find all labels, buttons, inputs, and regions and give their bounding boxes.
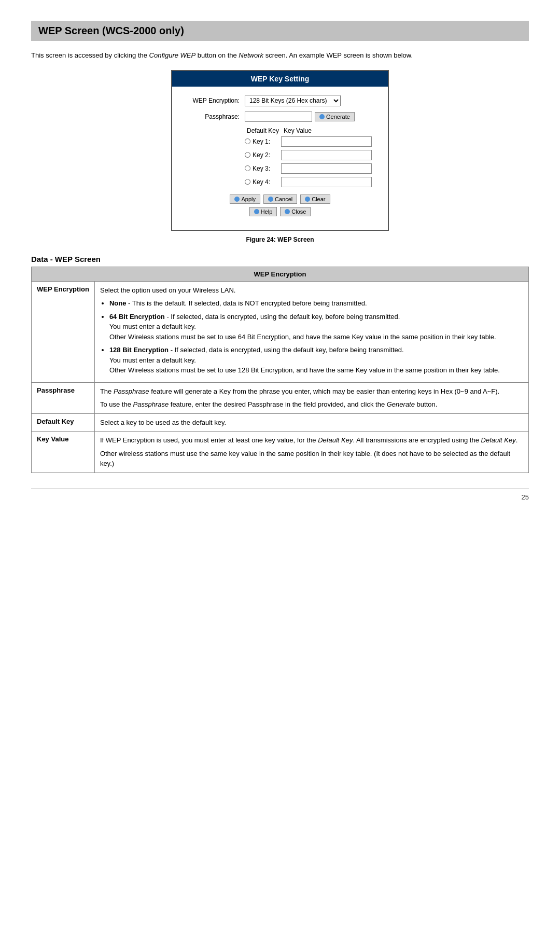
passphrase-row-content: The Passphrase feature will generate a K… bbox=[94, 382, 528, 413]
table-header-row: WEP Encryption bbox=[32, 267, 529, 281]
key-value-row-content: If WEP Encryption is used, you must ente… bbox=[94, 432, 528, 473]
page-title: WEP Screen (WCS-2000 only) bbox=[38, 25, 522, 37]
key-value-row-label: Key Value bbox=[32, 432, 95, 473]
passphrase-label: Passphrase: bbox=[183, 113, 240, 120]
cancel-label: Cancel bbox=[275, 196, 292, 202]
help-button[interactable]: Help bbox=[249, 207, 277, 216]
col-key-value-label: Key Value bbox=[284, 127, 312, 134]
wep-encryption-row-label: WEP Encryption bbox=[32, 281, 95, 382]
passphrase-para1: The Passphrase feature will generate a K… bbox=[100, 386, 523, 397]
clear-button[interactable]: Clear bbox=[300, 194, 330, 204]
default-key-para: Select a key to be used as the default k… bbox=[100, 418, 523, 428]
key2-label: Key 2: bbox=[253, 151, 270, 159]
table-row: WEP Encryption Select the option used on… bbox=[32, 281, 529, 382]
intro-italic1: Configure WEP bbox=[149, 51, 196, 59]
table-row: Passphrase The Passphrase feature will g… bbox=[32, 382, 529, 413]
key-row-4: Key 4: bbox=[245, 177, 377, 187]
key1-input[interactable] bbox=[281, 136, 372, 147]
key4-radio[interactable] bbox=[245, 179, 250, 185]
key3-input[interactable] bbox=[281, 163, 372, 174]
key1-label-container: Key 1: bbox=[245, 138, 281, 145]
passphrase-input[interactable] bbox=[245, 112, 312, 122]
generate-button[interactable]: Generate bbox=[315, 112, 355, 121]
apply-label: Apply bbox=[241, 196, 256, 202]
data-section-title: Data - WEP Screen bbox=[31, 255, 529, 263]
wep-encryption-select[interactable]: 128 Bit Keys (26 Hex chars) bbox=[245, 95, 341, 106]
default-key-row-content: Select a key to be used as the default k… bbox=[94, 413, 528, 432]
key-table-header: Default Key Key Value bbox=[245, 127, 377, 134]
page-number: 25 bbox=[522, 493, 529, 501]
table-row: Key Value If WEP Encryption is used, you… bbox=[32, 432, 529, 473]
key1-label: Key 1: bbox=[253, 138, 270, 145]
key3-radio[interactable] bbox=[245, 165, 250, 171]
key1-radio[interactable] bbox=[245, 138, 250, 144]
wep-encryption-bullets: None - This is the default. If selected,… bbox=[109, 298, 523, 376]
apply-icon bbox=[234, 197, 240, 202]
key4-label: Key 4: bbox=[253, 178, 270, 186]
clear-icon bbox=[305, 197, 310, 202]
generate-label: Generate bbox=[326, 114, 350, 120]
key3-label: Key 3: bbox=[253, 165, 270, 172]
close-icon bbox=[285, 209, 290, 214]
key-value-para2: Other wireless stations must use the sam… bbox=[100, 449, 523, 469]
intro-text-end: screen. An example WEP screen is shown b… bbox=[263, 51, 413, 59]
key4-label-container: Key 4: bbox=[245, 178, 281, 186]
bullet-64bit: 64 Bit Encryption - If selected, data is… bbox=[109, 312, 523, 342]
passphrase-para2: To use the Passphrase feature, enter the… bbox=[100, 399, 523, 410]
close-label: Close bbox=[291, 209, 306, 215]
bullet-none: None - This is the default. If selected,… bbox=[109, 298, 523, 309]
intro-paragraph: This screen is accessed by clicking the … bbox=[31, 50, 529, 61]
dialog-buttons-row1: Apply Cancel Clear bbox=[183, 194, 377, 204]
dialog-buttons-row2: Help Close bbox=[183, 207, 377, 216]
passphrase-row-label: Passphrase bbox=[32, 382, 95, 413]
generate-icon bbox=[319, 114, 325, 119]
key-row-2: Key 2: bbox=[245, 150, 377, 160]
apply-button[interactable]: Apply bbox=[230, 194, 260, 204]
key-row-3: Key 3: bbox=[245, 163, 377, 174]
passphrase-value: Generate bbox=[245, 112, 355, 122]
table-row: Default Key Select a key to be used as t… bbox=[32, 413, 529, 432]
wep-encryption-intro: Select the option used on your Wireless … bbox=[100, 285, 523, 296]
figure-caption: Figure 24: WEP Screen bbox=[31, 236, 529, 243]
default-key-row-label: Default Key bbox=[32, 413, 95, 432]
close-button[interactable]: Close bbox=[280, 207, 311, 216]
intro-text-middle: button on the bbox=[195, 51, 239, 59]
wep-encryption-row-content: Select the option used on your Wireless … bbox=[94, 281, 528, 382]
wep-dialog-header: WEP Key Setting bbox=[172, 71, 388, 87]
page-title-bar: WEP Screen (WCS-2000 only) bbox=[31, 21, 529, 41]
wep-encryption-value: 128 Bit Keys (26 Hex chars) bbox=[245, 95, 341, 106]
key-row-1: Key 1: bbox=[245, 136, 377, 147]
key2-input[interactable] bbox=[281, 150, 372, 160]
cancel-icon bbox=[268, 197, 273, 202]
help-icon bbox=[254, 209, 259, 214]
key2-radio[interactable] bbox=[245, 152, 250, 158]
key-value-para1: If WEP Encryption is used, you must ente… bbox=[100, 435, 523, 446]
wep-dialog: WEP Key Setting WEP Encryption: 128 Bit … bbox=[171, 70, 389, 231]
bullet-128bit: 128 Bit Encryption - If selected, data i… bbox=[109, 345, 523, 376]
clear-label: Clear bbox=[312, 196, 325, 202]
passphrase-row: Passphrase: Generate bbox=[183, 112, 377, 122]
page-footer: 25 bbox=[31, 489, 529, 501]
wep-encryption-label: WEP Encryption: bbox=[183, 97, 240, 104]
wep-encryption-row: WEP Encryption: 128 Bit Keys (26 Hex cha… bbox=[183, 95, 377, 106]
intro-italic2: Network bbox=[239, 51, 263, 59]
key3-label-container: Key 3: bbox=[245, 165, 281, 172]
key4-input[interactable] bbox=[281, 177, 372, 187]
table-header-cell: WEP Encryption bbox=[32, 267, 529, 281]
help-label: Help bbox=[261, 209, 273, 215]
cancel-button[interactable]: Cancel bbox=[263, 194, 297, 204]
intro-text-before: This screen is accessed by clicking the bbox=[31, 51, 149, 59]
col-default-key-label: Default Key bbox=[245, 127, 281, 134]
wep-dialog-body: WEP Encryption: 128 Bit Keys (26 Hex cha… bbox=[172, 87, 388, 230]
key2-label-container: Key 2: bbox=[245, 151, 281, 159]
data-table: WEP Encryption WEP Encryption Select the… bbox=[31, 267, 529, 473]
